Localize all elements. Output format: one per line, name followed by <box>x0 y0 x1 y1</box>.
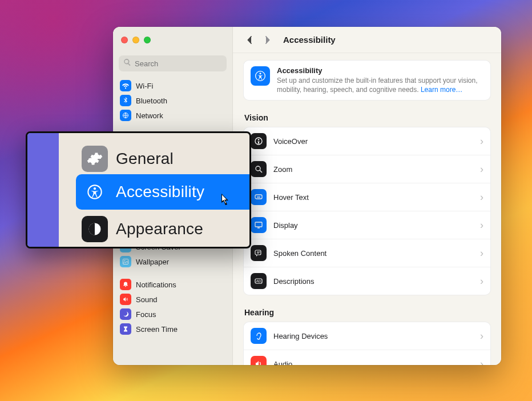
ear-icon <box>251 328 267 344</box>
row-label: Audio <box>273 360 473 365</box>
sidebar-item-bluetooth[interactable]: Bluetooth <box>116 93 229 108</box>
accessibility-icon <box>251 66 270 86</box>
sidebar-item-focus[interactable]: Focus <box>116 307 229 322</box>
learn-more-link[interactable]: Learn more… <box>421 86 462 94</box>
spoken-content-icon <box>251 245 267 261</box>
sidebar-item-wifi[interactable]: Wi-Fi <box>116 78 229 93</box>
wallpaper-icon <box>120 256 131 267</box>
row-hearing-devices[interactable]: Hearing Devices › <box>244 322 490 350</box>
svg-text:AD: AD <box>256 279 261 283</box>
magnified-sidebar-overlay: General Accessibility Appearance <box>26 131 251 248</box>
mag-label: Appearance <box>116 220 203 238</box>
svg-rect-12 <box>255 250 261 255</box>
magnifier-left-strip <box>27 133 59 247</box>
hero-text: Accessibility Set up and customize the b… <box>277 66 483 94</box>
svg-rect-11 <box>255 222 262 227</box>
accessibility-hero: Accessibility Set up and customize the b… <box>243 60 491 101</box>
chevron-right-icon: › <box>480 275 483 287</box>
sidebar-item-label: Sound <box>136 295 158 304</box>
search-input[interactable] <box>135 59 231 68</box>
hero-desc: Set up and customize the built-in featur… <box>277 76 483 94</box>
mag-item-general[interactable]: General <box>82 146 174 172</box>
sidebar-item-notifications[interactable]: Notifications <box>116 277 229 292</box>
search-icon <box>123 58 135 69</box>
row-label: Display <box>273 221 473 230</box>
chevron-right-icon: › <box>480 330 483 342</box>
sidebar-group-network: Wi-Fi Bluetooth Network <box>116 78 229 123</box>
row-voiceover[interactable]: VoiceOver › <box>244 127 490 155</box>
hero-title: Accessibility <box>277 66 483 75</box>
row-display[interactable]: Display › <box>244 211 490 239</box>
page-title: Accessibility <box>283 35 336 45</box>
nav-back-button[interactable] <box>243 33 257 47</box>
svg-point-9 <box>256 166 260 171</box>
sidebar-item-label: Screen Time <box>136 325 178 334</box>
minimize-window-button[interactable] <box>132 37 139 43</box>
audio-icon <box>251 356 267 365</box>
sound-icon <box>120 294 131 305</box>
chevron-right-icon: › <box>480 247 483 259</box>
chevron-right-icon: › <box>480 219 483 231</box>
row-label: Zoom <box>273 165 473 174</box>
svg-point-17 <box>94 187 96 190</box>
hearing-panel: Hearing Devices › Audio › Captions › <box>243 322 491 365</box>
sidebar-item-sound[interactable]: Sound <box>116 292 229 307</box>
section-vision-label: Vision <box>244 113 490 122</box>
nav-forward-button[interactable] <box>260 33 274 47</box>
focus-icon <box>120 308 131 320</box>
close-window-button[interactable] <box>121 37 128 43</box>
window-controls <box>113 27 232 53</box>
mag-item-appearance[interactable]: Appearance <box>82 216 203 242</box>
sidebar-item-network[interactable]: Network <box>116 108 229 123</box>
zoom-icon <box>251 161 267 177</box>
appearance-icon <box>82 216 108 242</box>
hover-text-icon <box>251 189 267 205</box>
main-scroll[interactable]: Accessibility Set up and customize the b… <box>233 53 501 365</box>
svg-point-6 <box>260 73 261 74</box>
gear-icon <box>82 146 108 172</box>
sidebar-item-label: Network <box>136 111 163 120</box>
row-zoom[interactable]: Zoom › <box>244 155 490 183</box>
main-content: Accessibility Accessibility Set up and c… <box>233 27 501 365</box>
row-label: Hover Text <box>273 193 473 202</box>
row-label: Hearing Devices <box>273 332 473 340</box>
mag-label: Accessibility <box>116 183 204 201</box>
section-hearing-label: Hearing <box>244 308 490 317</box>
chevron-right-icon: › <box>480 191 483 203</box>
row-hover-text[interactable]: Hover Text › <box>244 183 490 211</box>
search-field[interactable] <box>119 55 227 71</box>
sidebar-item-label: Wi-Fi <box>136 82 153 90</box>
descriptions-icon: AD <box>251 273 267 289</box>
bluetooth-icon <box>120 95 131 106</box>
row-audio[interactable]: Audio › <box>244 350 490 365</box>
svg-point-7 <box>255 138 262 145</box>
main-header: Accessibility <box>233 27 501 53</box>
svg-point-4 <box>124 260 126 262</box>
screentime-icon <box>120 323 131 335</box>
sidebar-item-screentime[interactable]: Screen Time <box>116 322 229 336</box>
row-label: Descriptions <box>273 277 473 286</box>
sidebar-group-alerts: Notifications Sound Focus Screen Time <box>116 277 229 336</box>
row-descriptions[interactable]: AD Descriptions › <box>244 267 490 295</box>
display-acc-icon <box>251 217 267 233</box>
sidebar-item-label: Wallpaper <box>136 258 169 266</box>
vision-panel: VoiceOver › Zoom › Hover Text › Display … <box>243 127 491 295</box>
sidebar-item-label: Notifications <box>136 280 176 289</box>
sidebar-item-label: Bluetooth <box>136 97 167 105</box>
row-label: VoiceOver <box>273 137 473 146</box>
svg-point-8 <box>258 139 260 141</box>
mag-label: General <box>116 150 174 168</box>
row-spoken-content[interactable]: Spoken Content › <box>244 239 490 267</box>
notifications-icon <box>120 279 131 290</box>
chevron-right-icon: › <box>480 135 483 147</box>
sidebar-item-wallpaper[interactable]: Wallpaper <box>116 254 229 269</box>
mag-item-accessibility[interactable]: Accessibility <box>82 179 204 205</box>
network-icon <box>120 110 131 121</box>
accessibility-icon <box>82 179 108 205</box>
voiceover-icon <box>251 133 267 149</box>
wifi-icon <box>120 80 131 91</box>
chevron-right-icon: › <box>480 358 483 365</box>
zoom-window-button[interactable] <box>144 37 151 43</box>
chevron-right-icon: › <box>480 163 483 175</box>
sidebar-item-label: Focus <box>136 310 156 319</box>
